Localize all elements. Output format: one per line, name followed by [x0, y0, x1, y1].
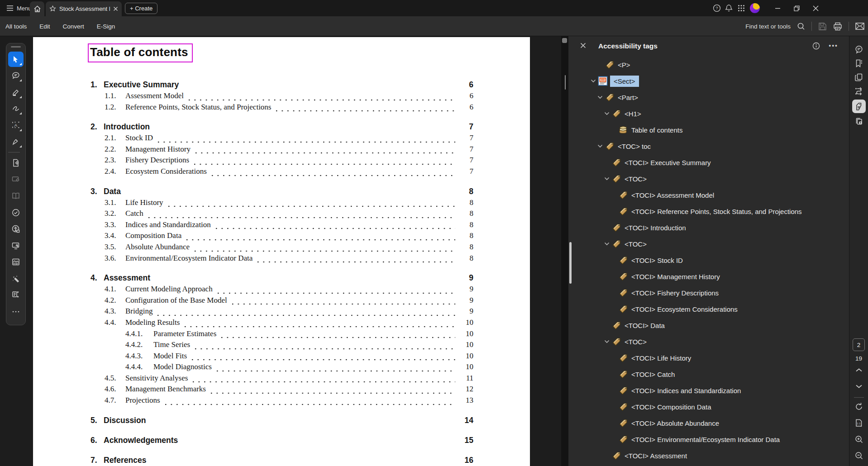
close-icon[interactable]: [806, 0, 825, 16]
tag-label[interactable]: <TOCI> Management History: [631, 273, 720, 281]
chevron-down-icon[interactable]: [604, 242, 610, 246]
apps-grid-icon[interactable]: [735, 0, 747, 16]
current-page-input[interactable]: 2: [853, 338, 865, 351]
minimize-icon[interactable]: [768, 0, 787, 16]
tag-label[interactable]: <TOCI> Composition Data: [631, 403, 711, 411]
document-tab[interactable]: Stock Assessment Repor..: [46, 1, 122, 16]
chevron-down-icon[interactable]: [604, 112, 610, 115]
tag-tree-row[interactable]: <TOCI> Environmental/Ecosystem Indicator…: [568, 431, 849, 447]
tag-tree-row[interactable]: <TOCI> Management History: [568, 268, 849, 285]
panel-close-icon[interactable]: [580, 43, 586, 48]
tag-label[interactable]: <TOCI> Stock ID: [631, 257, 683, 264]
tags-panel-icon[interactable]: [852, 100, 866, 113]
pdf-page[interactable]: Table of contents 1.Executive Summary61.…: [33, 37, 530, 466]
tag-label[interactable]: <TOCI> Assessment Model: [631, 191, 714, 199]
find-label[interactable]: Find text or tools: [745, 23, 791, 30]
chevron-down-icon[interactable]: [597, 95, 603, 99]
tag-tree-row[interactable]: <TOC>: [568, 171, 849, 187]
title-selection-box[interactable]: Table of contents: [88, 43, 193, 62]
home-tab[interactable]: [30, 1, 44, 16]
document-scrollbar-thumb[interactable]: [562, 38, 567, 43]
chevron-down-icon[interactable]: [590, 79, 596, 83]
tag-tree-row[interactable]: <TOCI> Assessment: [568, 447, 849, 464]
tag-tree-row[interactable]: <P>: [568, 57, 849, 73]
tab-close-icon[interactable]: [113, 6, 118, 11]
more-dots-icon[interactable]: [8, 304, 24, 319]
pages-icon[interactable]: [852, 71, 866, 83]
tag-tree-row[interactable]: <TOCI> Indices and Standardization: [568, 382, 849, 399]
tag-label[interactable]: <TOCI> Life History: [631, 354, 691, 362]
chevron-down-icon[interactable]: [597, 144, 603, 148]
tag-tree-row[interactable]: <TOCI> Reference Points, Stock Status, a…: [568, 203, 849, 219]
refresh-icon[interactable]: [854, 399, 864, 415]
tag-tree-row[interactable]: <TOC>: [568, 333, 849, 350]
tag-tree-row[interactable]: Table of contents: [568, 122, 849, 138]
rail-drag-handle[interactable]: [11, 46, 21, 48]
chevron-down-icon[interactable]: [854, 378, 864, 395]
tag-label[interactable]: <TOCI> Ecosystem Considerations: [631, 305, 738, 313]
tag-label[interactable]: <TOCI> Reference Points, Stock Status, a…: [631, 208, 802, 215]
tag-tree-row[interactable]: <TOC>: [568, 236, 849, 252]
tag-label[interactable]: <TOC> toc: [618, 143, 651, 150]
avatar[interactable]: [750, 3, 760, 13]
tag-tree-row[interactable]: <TOCI> Executive Summary: [568, 154, 849, 171]
tag-tree-row[interactable]: <TOCI> Data: [568, 317, 849, 333]
tag-tree-row[interactable]: <TOCI> Life History: [568, 350, 849, 366]
tag-label[interactable]: <TOCI> Catch: [631, 371, 675, 378]
tag-tree-row[interactable]: <H1>: [568, 105, 849, 122]
bell-icon[interactable]: [723, 0, 735, 16]
tag-tree-row[interactable]: <TOC> toc: [568, 138, 849, 154]
tag-label[interactable]: <Part>: [618, 94, 638, 101]
toolbar-menu-convert[interactable]: Convert: [63, 23, 84, 30]
toolbar-menu-all-tools[interactable]: All tools: [5, 23, 27, 30]
tag-tree-row[interactable]: <TOCI> Fishery Descriptions: [568, 285, 849, 301]
image-card-icon[interactable]: [8, 254, 24, 270]
tag-label[interactable]: <TOCI> Fishery Descriptions: [631, 289, 719, 297]
restore-icon[interactable]: [787, 0, 806, 16]
tag-tree-row[interactable]: <TOCI> Ecosystem Considerations: [568, 301, 849, 317]
document-scrollbar-track[interactable]: [561, 36, 568, 466]
tag-tree-row[interactable]: <TOCI> Introduction: [568, 219, 849, 236]
tag-label[interactable]: <H1>: [625, 110, 641, 118]
chevron-down-icon[interactable]: [604, 177, 610, 181]
panel-scrollbar-thumb[interactable]: [569, 242, 572, 284]
tag-label[interactable]: Table of contents: [631, 126, 682, 134]
tag-label[interactable]: <TOCI> Assessment: [625, 452, 687, 460]
tag-label[interactable]: <TOC>: [625, 240, 647, 248]
actual-size-icon[interactable]: 1:1: [854, 415, 864, 431]
bookmark-icon[interactable]: [852, 57, 866, 69]
zoom-in-icon[interactable]: [854, 431, 864, 447]
screen-tag-icon[interactable]: [8, 172, 24, 187]
tag-label[interactable]: <TOCI> Data: [625, 322, 665, 329]
email-icon[interactable]: [855, 23, 864, 30]
create-button[interactable]: + Create: [125, 3, 157, 14]
tag-tree-row[interactable]: <Part>: [568, 89, 849, 105]
content-info-icon[interactable]: [852, 115, 866, 127]
tag-label[interactable]: <TOC>: [625, 175, 647, 183]
tag-tree-row[interactable]: <TOCI> Absolute Abundance: [568, 415, 849, 431]
tag-tree-row[interactable]: <TOCI> Composition Data: [568, 399, 849, 415]
comment-icon[interactable]: [8, 68, 24, 83]
chevron-down-icon[interactable]: [604, 340, 610, 343]
organize-pages-icon[interactable]: [8, 287, 24, 303]
tag-label[interactable]: <TOCI> Indices and Standardization: [631, 387, 741, 395]
tag-label[interactable]: <TOCI> Absolute Abundance: [631, 419, 719, 427]
help-icon[interactable]: ?: [711, 0, 723, 16]
tag-label[interactable]: <TOCI> Introduction: [625, 224, 686, 232]
reading-order-icon[interactable]: [852, 86, 866, 97]
sign-pen-icon[interactable]: [8, 134, 24, 149]
tag-label[interactable]: <TOC>: [625, 338, 647, 346]
reading-book-icon[interactable]: [8, 188, 24, 204]
fix-screen-icon[interactable]: [8, 238, 24, 253]
tag-label[interactable]: <TOCI> Executive Summary: [625, 159, 711, 166]
comment-bubble-icon[interactable]: [852, 43, 866, 55]
panel-splitter-handle[interactable]: [565, 75, 566, 90]
accessibility-icon[interactable]: [8, 221, 24, 237]
menu-button[interactable]: Menu: [5, 3, 33, 14]
tag-label-selected[interactable]: <Sect>: [610, 76, 639, 87]
zoom-out-icon[interactable]: [854, 447, 864, 464]
tag-tree-row[interactable]: <Sect>: [568, 73, 849, 89]
print-icon[interactable]: [833, 22, 842, 31]
tag-tree-row[interactable]: <TOCI> Assessment Model: [568, 187, 849, 203]
tag-label[interactable]: <P>: [618, 61, 630, 69]
